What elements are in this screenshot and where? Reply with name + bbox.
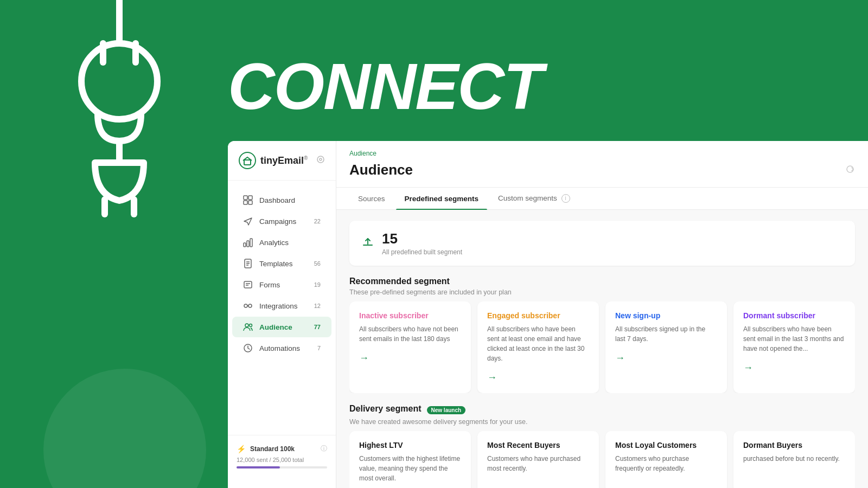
most-recent-buyers-desc: Customers who have purchased most recent… [487, 454, 589, 473]
segment-card-new-signup[interactable]: New sign-up All subscribers signed up in… [605, 301, 727, 393]
svg-point-1 [81, 43, 157, 119]
sidebar-item-analytics[interactable]: Analytics [232, 232, 331, 253]
svg-point-25 [244, 304, 247, 307]
tinyemail-logo-icon [239, 152, 256, 169]
new-signup-title: New sign-up [615, 311, 717, 320]
most-loyal-desc: Customers who purchase frequently or rep… [615, 454, 717, 473]
audience-badge: 77 [314, 324, 321, 330]
integrations-badge: 12 [314, 303, 321, 309]
plan-icon: ⚡ [237, 445, 246, 453]
dormant-subscriber-arrow: → [743, 362, 845, 374]
delivery-card-highest-ltv[interactable]: Highest LTV Customers with the highest l… [349, 431, 471, 488]
svg-point-28 [245, 324, 248, 327]
delivery-section-header: Delivery segment New launch We have crea… [349, 404, 855, 426]
highest-ltv-title: Highest LTV [359, 441, 461, 450]
forms-badge: 19 [314, 281, 321, 288]
segment-card-engaged[interactable]: Engaged subscriber All subscribers who h… [477, 301, 599, 393]
new-launch-badge: New launch [427, 406, 466, 414]
inactive-subscriber-arrow: → [359, 352, 461, 364]
engaged-subscriber-title: Engaged subscriber [487, 311, 589, 320]
sidebar-item-automations[interactable]: Automations 7 [232, 338, 331, 358]
most-recent-buyers-title: Most Recent Buyers [487, 441, 589, 450]
segment-card-inactive[interactable]: Inactive subscriber All subscribers who … [349, 301, 471, 393]
page-header-actions [845, 164, 855, 176]
stats-card: 15 All predefined built segment [349, 221, 855, 266]
content-area: 15 All predefined built segment Recommen… [336, 210, 868, 488]
sidebar-item-forms-label: Forms [259, 281, 308, 289]
sidebar-item-campaigns[interactable]: Campaigns 22 [232, 211, 331, 232]
sidebar-item-dashboard[interactable]: Dashboard [232, 190, 331, 210]
delivery-segment-cards: Highest LTV Customers with the highest l… [349, 431, 855, 488]
engaged-subscriber-desc: All subscribers who have been sent at le… [487, 324, 589, 363]
integration-icon [243, 301, 253, 311]
breadcrumb: Audience [336, 141, 868, 159]
delivery-card-most-recent[interactable]: Most Recent Buyers Customers who have pu… [477, 431, 599, 488]
recommended-section-header: Recommended segment These pre-defined se… [349, 277, 855, 296]
svg-point-10 [320, 158, 322, 160]
svg-rect-17 [250, 239, 252, 247]
sidebar-item-audience-label: Audience [259, 323, 308, 331]
sidebar-nav: Dashboard Campaigns 22 Analytics [228, 189, 336, 359]
svg-rect-14 [248, 201, 252, 204]
sidebar-item-campaigns-label: Campaigns [259, 217, 308, 226]
most-loyal-title: Most Loyal Customers [615, 441, 717, 450]
automation-icon [243, 343, 253, 353]
svg-rect-16 [247, 241, 249, 247]
stats-number: 15 [382, 230, 462, 247]
svg-rect-22 [244, 281, 252, 288]
svg-rect-12 [248, 196, 252, 200]
tab-custom-segments[interactable]: Custom segments i [489, 188, 579, 209]
plan-info-icon[interactable]: ⓘ [321, 444, 327, 453]
tab-sources[interactable]: Sources [349, 188, 394, 209]
templates-badge: 56 [314, 260, 321, 267]
delivery-card-dormant-buyers[interactable]: Dormant Buyers purchased before but no r… [733, 431, 855, 488]
form-icon [243, 280, 253, 290]
dormant-subscriber-title: Dormant subscriber [743, 311, 845, 320]
send-icon [243, 216, 253, 226]
page-title: Audience [349, 162, 413, 178]
inactive-subscriber-title: Inactive subscriber [359, 311, 461, 320]
tabs-nav: Sources Predefined segments Custom segme… [336, 188, 868, 210]
logo-text: tinyEmail® [260, 155, 308, 166]
highest-ltv-desc: Customers with the highest lifetime valu… [359, 454, 461, 483]
grid-icon [243, 195, 253, 205]
plan-name: Standard 100k [250, 445, 295, 453]
tab-info-icon: i [561, 194, 570, 203]
sidebar-item-templates[interactable]: Templates 56 [232, 253, 331, 274]
plan-progress-bar [237, 466, 327, 468]
sidebar-item-forms[interactable]: Forms 19 [232, 274, 331, 295]
delivery-subtitle: We have created awesome delivery segment… [349, 418, 855, 426]
settings-icon[interactable] [316, 155, 325, 166]
inactive-subscriber-desc: All subscribers who have not been sent e… [359, 324, 461, 344]
dormant-buyers-title: Dormant Buyers [743, 441, 845, 450]
svg-rect-13 [244, 201, 247, 204]
svg-point-26 [248, 304, 252, 307]
recommended-subtitle: These pre-defined segments are included … [349, 288, 855, 296]
sidebar-item-automations-label: Automations [259, 344, 311, 352]
plan-progress-fill [237, 466, 280, 468]
page-header: Audience [336, 159, 868, 188]
sync-icon[interactable] [845, 166, 855, 176]
delivery-card-most-loyal[interactable]: Most Loyal Customers Customers who purch… [605, 431, 727, 488]
automations-badge: 7 [317, 345, 321, 351]
svg-rect-15 [244, 243, 246, 247]
stats-label: All predefined built segment [382, 248, 462, 256]
recommended-segment-cards: Inactive subscriber All subscribers who … [349, 301, 855, 393]
sidebar-item-audience[interactable]: Audience 77 [232, 317, 331, 337]
delivery-title: Delivery segment [349, 404, 422, 414]
new-signup-desc: All subscribers signed up in the last 7 … [615, 324, 717, 344]
sidebar-item-integrations[interactable]: Integrations 12 [232, 296, 331, 316]
dormant-buyers-desc: purchased before but no recently. [743, 454, 845, 464]
bg-decorative-circle [43, 369, 206, 488]
file-icon [243, 259, 253, 268]
dormant-subscriber-desc: All subscribers who have been sent email… [743, 324, 845, 354]
sidebar-item-dashboard-label: Dashboard [259, 196, 321, 204]
sidebar-plan-section: ⚡ Standard 100k ⓘ 12,000 sent / 25,000 t… [228, 435, 336, 477]
main-content: Audience Audience Sources Predefined seg… [336, 141, 868, 488]
engaged-subscriber-arrow: → [487, 372, 589, 383]
recommended-title: Recommended segment [349, 277, 855, 286]
svg-point-29 [250, 324, 252, 327]
segment-card-dormant[interactable]: Dormant subscriber All subscribers who h… [733, 301, 855, 393]
tab-predefined-segments[interactable]: Predefined segments [396, 188, 488, 209]
sidebar-item-analytics-label: Analytics [259, 239, 321, 247]
